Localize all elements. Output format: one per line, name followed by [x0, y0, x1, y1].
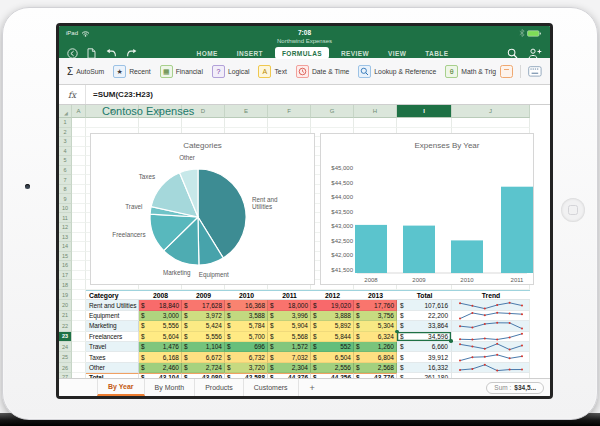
money-cell[interactable]: $6,324 — [354, 332, 397, 342]
ribbon-tab-home[interactable]: HOME — [190, 47, 225, 59]
grid-cell[interactable] — [452, 118, 530, 128]
money-cell[interactable]: $5,568 — [268, 332, 311, 342]
grid-cell[interactable] — [72, 147, 86, 157]
row-header-25[interactable]: 25 — [59, 352, 72, 362]
grid-cell[interactable] — [72, 332, 86, 342]
trend-cell[interactable] — [452, 342, 530, 352]
column-header-e[interactable]: E — [225, 105, 268, 118]
select-all-corner[interactable]: ◢ — [59, 105, 72, 118]
grid-cell[interactable] — [72, 311, 86, 321]
grid-cell[interactable] — [72, 271, 86, 281]
column-header-a[interactable]: A — [72, 105, 86, 118]
row-header-14[interactable]: 14 — [59, 242, 72, 252]
table-header-2013[interactable]: 2013 — [354, 290, 397, 300]
grid-cell[interactable] — [225, 118, 268, 128]
money-cell[interactable]: $3,756 — [354, 311, 397, 321]
grid-cell[interactable] — [72, 233, 86, 243]
ribbon-tab-table[interactable]: TABLE — [418, 47, 455, 59]
money-cell[interactable]: $2,556 — [311, 363, 354, 373]
table-header-2008[interactable]: 2008 — [139, 290, 182, 300]
grid-cell[interactable] — [72, 363, 86, 373]
money-cell[interactable]: $6,804 — [354, 352, 397, 362]
money-cell[interactable]: $18,000 — [268, 300, 311, 310]
grid-cell[interactable] — [72, 242, 86, 252]
grid-cell[interactable] — [72, 213, 86, 223]
row-header-4[interactable]: 4 — [59, 147, 72, 157]
money-cell[interactable]: $5,892 — [311, 321, 354, 331]
search-button[interactable] — [507, 48, 518, 59]
add-people-button[interactable] — [528, 48, 542, 59]
row-header-6[interactable]: 6 — [59, 166, 72, 176]
column-header-g[interactable]: G — [311, 105, 354, 118]
total-cell[interactable]: $22,200 — [397, 311, 452, 321]
new-document-button[interactable] — [87, 48, 96, 59]
trend-cell[interactable] — [452, 363, 530, 373]
column-header-j[interactable]: J — [452, 105, 530, 118]
column-header-i[interactable]: I — [397, 105, 452, 118]
money-cell[interactable]: $3,720 — [225, 363, 268, 373]
row-header-5[interactable]: 5 — [59, 156, 72, 166]
grid-cell[interactable] — [72, 118, 86, 128]
money-cell[interactable]: $3,888 — [311, 311, 354, 321]
sheet-tab-by-month[interactable]: By Month — [145, 379, 196, 396]
money-cell[interactable]: $6,672 — [182, 352, 225, 362]
table-header-2009[interactable]: 2009 — [182, 290, 225, 300]
money-cell[interactable]: $3,588 — [225, 311, 268, 321]
more-functions-button[interactable] — [500, 65, 513, 78]
money-cell[interactable]: $1,104 — [182, 342, 225, 352]
table-header-2010[interactable]: 2010 — [225, 290, 268, 300]
bar-2009[interactable] — [403, 226, 435, 273]
sheet-tab-by-year[interactable]: By Year — [97, 379, 145, 396]
total-cell[interactable]: $33,864 — [397, 321, 452, 331]
ribbon-button-text[interactable]: AText — [258, 65, 286, 78]
trend-cell[interactable] — [452, 300, 530, 310]
money-cell[interactable]: $5,556 — [139, 321, 182, 331]
money-cell[interactable]: $2,304 — [268, 363, 311, 373]
grid-cell[interactable] — [72, 156, 86, 166]
grid-cell[interactable] — [72, 300, 86, 310]
money-cell[interactable]: $552 — [311, 342, 354, 352]
money-cell[interactable]: $6,504 — [311, 352, 354, 362]
formula-input[interactable]: =SUM(C23:H23) — [86, 85, 550, 104]
column-header-f[interactable]: F — [268, 105, 311, 118]
category-cell[interactable]: Taxes — [86, 352, 139, 362]
bar-2011[interactable] — [501, 187, 533, 273]
grid-cell[interactable] — [268, 118, 311, 128]
trend-cell[interactable] — [452, 311, 530, 321]
grid-cell[interactable] — [72, 280, 86, 290]
trend-cell[interactable] — [452, 321, 530, 331]
money-cell[interactable]: $5,904 — [268, 321, 311, 331]
money-cell[interactable]: $5,424 — [182, 321, 225, 331]
sum-badge[interactable]: Sum : $34,5... — [486, 382, 544, 394]
trend-cell[interactable] — [452, 332, 530, 342]
money-cell[interactable]: $19,020 — [311, 300, 354, 310]
table-header-trend[interactable]: Trend — [452, 290, 530, 300]
ribbon-button-recent[interactable]: ★Recent — [113, 65, 151, 78]
money-cell[interactable]: $5,784 — [225, 321, 268, 331]
row-header-8[interactable]: 8 — [59, 185, 72, 195]
keyboard-dismiss-button[interactable] — [528, 66, 542, 77]
money-cell[interactable]: $1,260 — [354, 342, 397, 352]
row-header-26[interactable]: 26 — [59, 363, 72, 373]
money-cell[interactable]: $3,000 — [139, 311, 182, 321]
total-cell[interactable]: $39,912 — [397, 352, 452, 362]
money-cell[interactable]: $6,732 — [225, 352, 268, 362]
money-cell[interactable]: $16,368 — [225, 300, 268, 310]
row-header-12[interactable]: 12 — [59, 223, 72, 233]
category-cell[interactable]: Rent and Utilities — [86, 300, 139, 310]
home-button[interactable] — [561, 198, 585, 222]
category-cell[interactable]: Marketing — [86, 321, 139, 331]
row-header-2[interactable]: 2 — [59, 128, 72, 138]
money-cell[interactable]: $3,996 — [268, 311, 311, 321]
ribbon-button-mathtrig[interactable]: θMath & Trig — [445, 65, 496, 78]
row-header-18[interactable]: 18 — [59, 280, 72, 290]
total-cell[interactable]: $16,332 — [397, 363, 452, 373]
grid-cell[interactable] — [139, 118, 182, 128]
grid-cell[interactable] — [72, 321, 86, 331]
ribbon-tab-insert[interactable]: INSERT — [230, 47, 270, 59]
grid-cell[interactable] — [311, 118, 354, 128]
ribbon-button-autosum[interactable]: ΣAutoSum — [67, 66, 104, 77]
money-cell[interactable]: $3,972 — [182, 311, 225, 321]
grid-cell[interactable] — [72, 223, 86, 233]
undo-button[interactable] — [105, 48, 117, 58]
